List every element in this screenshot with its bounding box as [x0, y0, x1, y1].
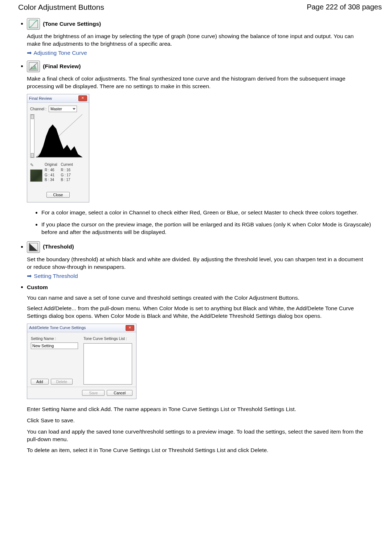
final-review-note-2: If you place the cursor on the preview i… [41, 221, 382, 236]
threshold-icon [27, 241, 40, 253]
settings-list-label: Tone Curve Settings List : [83, 336, 132, 341]
final-review-note-1: For a color image, select a color in Cha… [41, 209, 382, 217]
tone-curve-icon [27, 18, 40, 30]
final-review-icon [27, 61, 40, 72]
close-icon[interactable]: ✕ [126, 325, 134, 331]
section-tone-curve: (Tone Curve Settings) Adjust the brightn… [27, 18, 382, 57]
save-button[interactable]: Save [82, 390, 105, 396]
final-review-dialog: Final Review ✕ Channel : Master [27, 94, 89, 202]
link-arrow-icon: ➡ [27, 272, 32, 280]
link-arrow-icon: ➡ [27, 49, 32, 57]
section-title: (Final Review) [43, 63, 81, 70]
threshold-link[interactable]: Setting Threshold [34, 273, 78, 279]
dialog-title: Final Review [29, 96, 52, 101]
delete-button[interactable]: Delete [51, 379, 73, 385]
histogram-graph [36, 114, 82, 157]
color-swatch [30, 169, 42, 182]
section-threshold: (Threshold) Set the boundary (threshold)… [27, 241, 382, 280]
svg-marker-5 [36, 124, 82, 157]
custom-p2: Select Add/Delete... from the pull-down … [27, 305, 364, 320]
section-final-review: (Final Review) Make a final check of col… [27, 61, 382, 236]
channel-label: Channel : [30, 106, 46, 111]
custom-p4: Click Save to save. [27, 417, 364, 424]
channel-select[interactable]: Master [49, 106, 77, 112]
tone-curve-desc: Adjust the brightness of an image by sel… [27, 33, 364, 48]
section-title: (Threshold) [43, 243, 74, 251]
rgb-current: Current R : 16 G : 17 B : 17 [61, 162, 73, 182]
close-icon[interactable]: ✕ [78, 95, 87, 101]
rgb-original: Original R : 46 G : 41 B : 34 [45, 162, 57, 182]
eyedropper-icon[interactable]: ✎ [30, 162, 42, 168]
close-button[interactable]: Close [46, 192, 70, 198]
tone-curve-link[interactable]: Adjusting Tone Curve [33, 50, 87, 56]
add-delete-dialog: Add/Delete Tone Curve Settings ✕ Setting… [27, 324, 136, 399]
threshold-desc: Set the boundary (threshold) at which bl… [27, 256, 364, 271]
dialog-title: Add/Delete Tone Curve Settings [29, 325, 86, 331]
gamma-slider[interactable] [30, 114, 34, 158]
cancel-button[interactable]: Cancel [107, 390, 132, 396]
custom-p6: To delete an item, select it in Tone Cur… [27, 447, 364, 454]
custom-p3: Enter Setting Name and click Add. The na… [27, 406, 364, 413]
section-title: (Tone Curve Settings) [43, 20, 101, 28]
custom-p1: You can name and save a set of tone curv… [27, 294, 364, 302]
custom-p5: You can load and apply the saved tone cu… [27, 428, 364, 443]
page-title: Color Adjustment Buttons [18, 2, 104, 12]
section-custom: Custom You can name and save a set of to… [27, 283, 382, 454]
setting-name-label: Setting Name : [31, 336, 80, 341]
svg-marker-7 [29, 243, 37, 251]
add-button[interactable]: Add [31, 379, 49, 385]
setting-name-input[interactable] [31, 342, 78, 349]
final-review-desc: Make a final check of color adjustments.… [27, 75, 364, 90]
section-title: Custom [27, 284, 48, 291]
page-number: Page 222 of 308 pages [307, 2, 382, 12]
settings-listbox[interactable] [83, 343, 132, 385]
